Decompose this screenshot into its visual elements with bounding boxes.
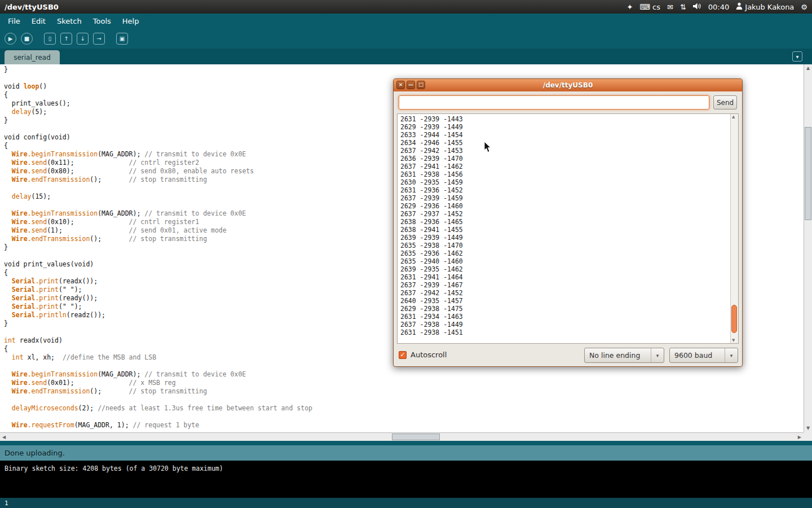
menu-edit[interactable]: Edit bbox=[26, 15, 51, 28]
checkmark-icon: ✓ bbox=[400, 351, 405, 358]
menu-tools[interactable]: Tools bbox=[87, 15, 117, 28]
tab-menu-button[interactable]: ▾ bbox=[792, 51, 802, 62]
top-panel: /dev/ttyUSB0 ✦ ⌨ cs ✉ ⇅ 00:40 Jakub Kako… bbox=[0, 0, 812, 14]
code-line: } bbox=[4, 65, 804, 74]
user-icon bbox=[736, 2, 743, 11]
send-button[interactable]: Send bbox=[713, 95, 737, 110]
volume-icon[interactable] bbox=[693, 3, 701, 11]
scroll-up-icon[interactable]: ▲ bbox=[806, 66, 810, 71]
mouse-cursor bbox=[484, 141, 492, 153]
serial-input-field[interactable] bbox=[399, 95, 709, 110]
line-number-strip: 1 bbox=[0, 498, 812, 508]
save-sketch-icon: ↓ bbox=[80, 36, 85, 42]
minimize-button[interactable]: — bbox=[407, 81, 415, 89]
keyboard-layout-label: cs bbox=[652, 3, 660, 11]
code-line: delayMicroseconds(2); //needs at least 1… bbox=[4, 404, 804, 413]
upload-icon: → bbox=[96, 36, 101, 42]
tab-bar: serial_read ▾ bbox=[0, 49, 812, 64]
serial-line: 2637 -2942 -1452 bbox=[400, 289, 738, 297]
menu-help[interactable]: Help bbox=[117, 15, 145, 28]
serial-output[interactable]: 2631 -2939 -14432629 -2939 -14492633 -29… bbox=[397, 113, 739, 344]
mail-icon[interactable]: ✉ bbox=[667, 3, 673, 11]
keyboard-icon: ⌨ bbox=[639, 3, 650, 11]
keyboard-layout-indicator[interactable]: ⌨ cs bbox=[639, 3, 660, 11]
maximize-button[interactable]: □ bbox=[417, 81, 425, 89]
serial-line: 2637 -2939 -1467 bbox=[400, 281, 738, 289]
serial-line: 2639 -2939 -1449 bbox=[400, 234, 738, 242]
minimize-icon: — bbox=[408, 82, 413, 87]
serial-line: 2635 -2940 -1460 bbox=[400, 257, 738, 265]
maximize-icon: □ bbox=[418, 82, 423, 87]
serial-monitor-button[interactable]: ▣ bbox=[116, 33, 128, 45]
user-menu[interactable]: Jakub Kakona bbox=[736, 2, 794, 11]
line-number: 1 bbox=[5, 500, 8, 507]
serial-line: 2637 -2937 -1452 bbox=[400, 210, 738, 218]
autoscroll-checkbox[interactable]: ✓ bbox=[399, 351, 407, 359]
serial-line: 2631 -2941 -1464 bbox=[400, 273, 738, 281]
editor-horizontal-scrollbar[interactable]: ◀ ▶ bbox=[0, 432, 804, 441]
code-line: Wire.beginTransmission(MAG_ADDR); // tra… bbox=[4, 370, 804, 379]
serial-line: 2629 -2936 -1460 bbox=[400, 202, 738, 210]
scrollbar-corner bbox=[804, 432, 812, 441]
baud-rate-value: 9600 baud bbox=[670, 351, 725, 360]
session-gear-icon[interactable]: ⚙ bbox=[801, 3, 807, 11]
baud-rate-dropdown[interactable]: 9600 baud ▾ bbox=[669, 348, 738, 363]
code-line bbox=[4, 396, 804, 404]
serial-scroll-down-icon[interactable]: ▼ bbox=[732, 338, 735, 343]
serial-line: 2631 -2934 -1463 bbox=[400, 313, 738, 321]
close-button[interactable]: × bbox=[396, 81, 405, 89]
new-sketch-button[interactable]: ▯ bbox=[44, 33, 56, 45]
toolbar: ▶■▯↑↓→▣ bbox=[0, 29, 812, 49]
network-icon[interactable]: ⇅ bbox=[680, 3, 686, 11]
serial-line: 2630 -2935 -1459 bbox=[400, 178, 738, 186]
serial-line: 2631 -2938 -1451 bbox=[400, 329, 738, 336]
save-sketch-button[interactable]: ↓ bbox=[77, 33, 89, 45]
serial-line: 2637 -2938 -1449 bbox=[400, 321, 738, 329]
serial-monitor-titlebar[interactable]: × — □ /dev/ttyUSB0 bbox=[394, 79, 742, 91]
serial-monitor-controls: ✓ Autoscroll No line ending ▾ 9600 baud … bbox=[399, 348, 737, 363]
tab-menu-icon: ▾ bbox=[796, 54, 798, 60]
serial-scroll-thumb[interactable] bbox=[731, 305, 737, 333]
new-sketch-icon: ▯ bbox=[48, 36, 52, 42]
line-ending-dropdown[interactable]: No line ending ▾ bbox=[584, 348, 664, 363]
upload-button[interactable]: → bbox=[93, 33, 105, 45]
line-ending-dropdown-arrow-icon[interactable]: ▾ bbox=[651, 348, 664, 362]
serial-line: 2637 -2942 -1453 bbox=[400, 147, 738, 155]
editor-vertical-scrollbar[interactable]: ▲ ▼ bbox=[804, 64, 812, 432]
serial-line: 2635 -2936 -1462 bbox=[400, 249, 738, 257]
serial-line: 2629 -2938 -1475 bbox=[400, 305, 738, 313]
serial-line: 2634 -2946 -1455 bbox=[400, 139, 738, 147]
serial-line: 2636 -2939 -1470 bbox=[400, 155, 738, 163]
horizontal-scroll-thumb[interactable] bbox=[392, 433, 440, 440]
username-label: Jakub Kakona bbox=[745, 3, 794, 11]
vertical-scroll-thumb[interactable] bbox=[805, 127, 811, 220]
serial-line: 2638 -2941 -1455 bbox=[400, 226, 738, 234]
serial-scroll-up-icon[interactable]: ▲ bbox=[732, 115, 735, 119]
serial-line: 2629 -2939 -1449 bbox=[400, 123, 738, 131]
baud-dropdown-arrow-icon[interactable]: ▾ bbox=[725, 348, 738, 362]
code-line bbox=[4, 413, 804, 421]
screen: /dev/ttyUSB0 ✦ ⌨ cs ✉ ⇅ 00:40 Jakub Kako… bbox=[0, 0, 812, 508]
scroll-down-icon[interactable]: ▼ bbox=[806, 426, 810, 431]
open-sketch-icon: ↑ bbox=[64, 36, 68, 42]
verify-button[interactable]: ▶ bbox=[5, 33, 16, 45]
serial-scrollbar[interactable]: ▲ ▼ bbox=[730, 114, 738, 343]
stop-button[interactable]: ■ bbox=[21, 33, 33, 45]
serial-line: 2631 -2939 -1443 bbox=[400, 115, 738, 123]
tab-label: serial_read bbox=[14, 54, 51, 62]
open-sketch-button[interactable]: ↑ bbox=[60, 33, 72, 45]
menu-sketch[interactable]: Sketch bbox=[51, 15, 87, 28]
serial-monitor-icon: ▣ bbox=[120, 36, 125, 42]
serial-output-lines: 2631 -2939 -14432629 -2939 -14492633 -29… bbox=[398, 114, 738, 336]
bluetooth-icon[interactable]: ✦ bbox=[626, 3, 633, 11]
stop-icon: ■ bbox=[24, 36, 29, 42]
scroll-right-icon[interactable]: ▶ bbox=[798, 435, 801, 440]
status-bar: Done uploading. bbox=[0, 445, 812, 461]
tab-serial-read[interactable]: serial_read bbox=[5, 50, 60, 64]
code-line: Wire.endTransmission(); // stop transmit… bbox=[4, 387, 804, 396]
menu-file[interactable]: File bbox=[2, 15, 26, 28]
scroll-left-icon[interactable]: ◀ bbox=[2, 435, 6, 440]
clock[interactable]: 00:40 bbox=[708, 3, 729, 11]
serial-line: 2631 -2938 -1456 bbox=[400, 170, 738, 178]
serial-line: 2633 -2944 -1454 bbox=[400, 131, 738, 139]
